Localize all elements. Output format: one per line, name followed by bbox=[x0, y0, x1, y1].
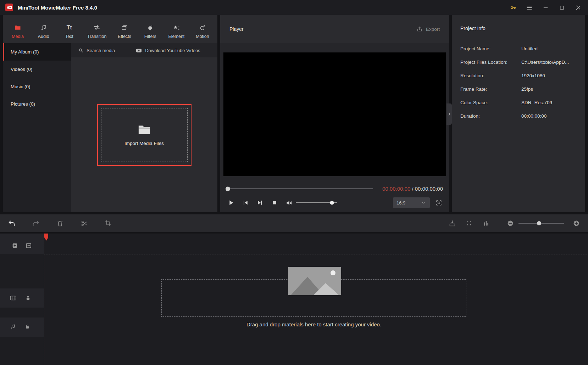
text-icon: Tt bbox=[67, 24, 72, 32]
volume-slider[interactable] bbox=[296, 202, 337, 203]
tab-filters[interactable]: Filters bbox=[143, 24, 158, 39]
image-placeholder-icon bbox=[288, 267, 341, 295]
volume-slider-thumb[interactable] bbox=[330, 201, 334, 205]
license-key-icon[interactable] bbox=[508, 2, 518, 12]
chevron-down-icon bbox=[421, 200, 426, 206]
timeline-ruler-line bbox=[44, 254, 588, 254]
project-row-value: C:\Users\tobio\AppD... bbox=[521, 60, 569, 65]
tab-motion[interactable]: Motion bbox=[195, 24, 210, 39]
project-row: Duration: 00:00:00:00 bbox=[452, 109, 585, 123]
import-folder-icon bbox=[138, 124, 151, 135]
project-row-value: Untitled bbox=[521, 46, 538, 51]
search-media-label: Search media bbox=[87, 48, 115, 53]
next-frame-button[interactable] bbox=[255, 198, 265, 207]
volume-icon[interactable] bbox=[284, 198, 294, 207]
titlebar-controls bbox=[508, 2, 583, 12]
element-star-icon bbox=[173, 24, 180, 32]
maximize-icon[interactable] bbox=[557, 2, 567, 12]
project-row: Color Space: SDR- Rec.709 bbox=[452, 96, 585, 109]
project-info-panel: Project Info Project Name: Untitled Proj… bbox=[452, 15, 585, 212]
undo-button[interactable] bbox=[7, 219, 16, 228]
close-icon[interactable] bbox=[573, 2, 583, 12]
timeline-toolbar bbox=[0, 214, 588, 232]
download-youtube-label: Download YouTube Videos bbox=[145, 48, 200, 53]
track-height-icon[interactable] bbox=[482, 219, 491, 228]
video-track-controls bbox=[9, 294, 31, 302]
time-display: 00:00:00:00 / 00:00:00:00 bbox=[382, 186, 443, 192]
fit-to-timeline-icon[interactable] bbox=[448, 219, 457, 228]
library-tab-bar: Media Audio Tt Text Transition Effects bbox=[3, 15, 217, 43]
tab-audio[interactable]: Audio bbox=[36, 24, 51, 39]
tab-text[interactable]: Tt Text bbox=[61, 24, 77, 39]
timeline-zoom-slider[interactable] bbox=[518, 223, 564, 224]
add-track-icon[interactable] bbox=[11, 242, 19, 249]
project-row-label: Project Name: bbox=[460, 46, 521, 51]
track-actions bbox=[11, 242, 33, 249]
seek-slider-thumb[interactable] bbox=[226, 186, 230, 191]
album-item-my-album[interactable]: My Album (0) bbox=[3, 43, 71, 61]
project-row: Resolution: 1920x1080 bbox=[452, 69, 585, 82]
seek-slider[interactable] bbox=[226, 188, 373, 189]
transition-arrows-icon bbox=[93, 24, 101, 32]
export-icon bbox=[416, 26, 423, 32]
tab-element[interactable]: Element bbox=[168, 24, 184, 39]
audio-track-icon bbox=[9, 323, 16, 330]
tab-effects[interactable]: Effects bbox=[117, 24, 132, 39]
album-item-music[interactable]: Music (0) bbox=[3, 78, 71, 95]
collapse-panel-handle[interactable] bbox=[446, 103, 452, 125]
menu-icon[interactable] bbox=[524, 2, 534, 12]
aspect-ratio-select[interactable]: 16:9 bbox=[393, 197, 430, 208]
snap-icon[interactable] bbox=[465, 219, 474, 228]
delete-button[interactable] bbox=[55, 219, 65, 228]
player-title: Player bbox=[229, 26, 244, 32]
fullscreen-icon[interactable] bbox=[436, 200, 442, 206]
download-youtube-button[interactable]: Download YouTube Videos bbox=[135, 47, 200, 54]
import-media-label: Import Media Files bbox=[124, 141, 164, 146]
player-header: Player Export bbox=[220, 15, 449, 43]
redo-button[interactable] bbox=[31, 219, 40, 228]
minimize-icon[interactable] bbox=[540, 2, 550, 12]
playhead-handle[interactable] bbox=[44, 234, 48, 241]
aspect-ratio-value: 16:9 bbox=[396, 200, 405, 206]
remove-track-icon[interactable] bbox=[25, 242, 33, 249]
seek-row: 00:00:00:00 / 00:00:00:00 bbox=[226, 186, 443, 192]
tab-media[interactable]: Media bbox=[10, 24, 26, 39]
project-row-label: Frame Rate: bbox=[460, 86, 521, 92]
tab-label: Effects bbox=[118, 34, 131, 39]
search-media-button[interactable]: Search media bbox=[78, 47, 115, 53]
media-folder-icon bbox=[14, 24, 21, 32]
motion-icon bbox=[199, 24, 206, 32]
album-label: My Album (0) bbox=[11, 49, 39, 55]
album-item-pictures[interactable]: Pictures (0) bbox=[3, 95, 71, 113]
search-icon bbox=[78, 47, 84, 53]
effects-icon bbox=[121, 24, 128, 32]
split-scissors-button[interactable] bbox=[79, 219, 89, 228]
project-row-value: 00:00:00:00 bbox=[521, 113, 547, 119]
play-button[interactable] bbox=[226, 198, 235, 207]
titlebar: MiniTool MovieMaker Free 8.4.0 bbox=[0, 0, 588, 15]
current-time: 00:00:00:00 bbox=[382, 186, 410, 192]
video-track-lock-icon[interactable] bbox=[25, 295, 31, 301]
import-media-dropzone[interactable]: Import Media Files bbox=[97, 104, 192, 166]
tab-label: Audio bbox=[38, 34, 49, 39]
stop-button[interactable] bbox=[270, 198, 279, 207]
crop-button[interactable] bbox=[104, 219, 113, 228]
library-search-bar: Search media Download YouTube Videos bbox=[71, 43, 217, 57]
tab-label: Text bbox=[65, 34, 73, 39]
timeline-drop-hint: Drag and drop materials here to start cr… bbox=[161, 321, 466, 327]
project-row: Project Files Location: C:\Users\tobio\A… bbox=[452, 55, 585, 69]
timeline-zoom-thumb[interactable] bbox=[537, 221, 541, 225]
album-item-videos[interactable]: Videos (0) bbox=[3, 61, 71, 78]
export-button[interactable]: Export bbox=[416, 26, 440, 32]
zoom-out-button[interactable] bbox=[506, 219, 515, 228]
tab-transition[interactable]: Transition bbox=[87, 24, 106, 39]
previous-frame-button[interactable] bbox=[241, 198, 250, 207]
audio-track-controls bbox=[9, 323, 30, 330]
library-body: My Album (0) Videos (0) Music (0) Pictur… bbox=[3, 43, 217, 212]
youtube-icon bbox=[135, 47, 142, 54]
audio-track-lock-icon[interactable] bbox=[24, 324, 30, 330]
playhead-line bbox=[44, 234, 44, 365]
media-library-panel: Media Audio Tt Text Transition Effects bbox=[3, 15, 217, 212]
zoom-in-button[interactable] bbox=[572, 219, 581, 228]
tab-label: Transition bbox=[87, 34, 106, 39]
